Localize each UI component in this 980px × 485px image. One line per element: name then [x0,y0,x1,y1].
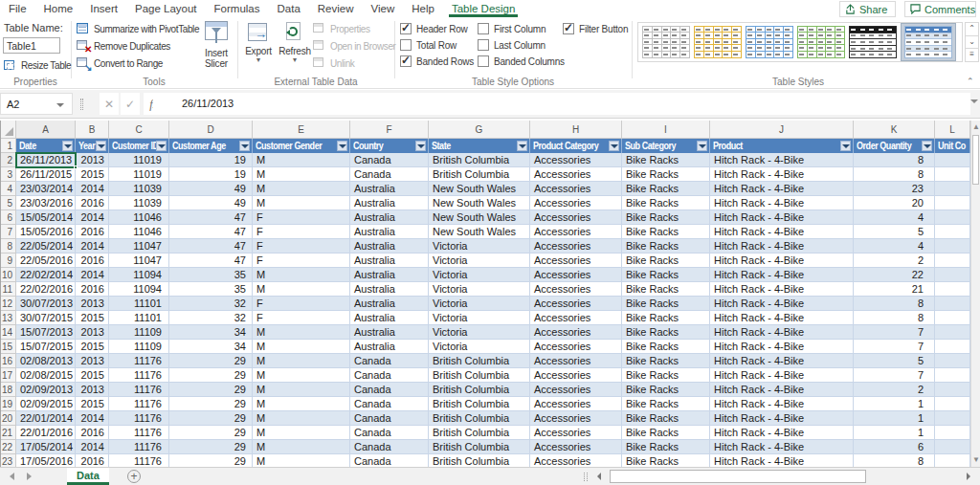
cell-E15[interactable]: M [253,340,350,354]
cell-K13[interactable]: 8 [854,311,935,325]
cell-E14[interactable]: M [253,325,350,340]
cell-F7[interactable]: Australia [350,225,429,239]
cell-L19[interactable] [935,397,970,411]
column-header-J[interactable]: J [710,121,854,139]
cell-A9[interactable]: 22/05/2016 [16,254,76,268]
cell-F16[interactable]: Canada [350,354,429,368]
cell-A6[interactable]: 15/05/2014 [16,210,76,225]
cell-B8[interactable]: 2014 [76,239,109,254]
cell-A5[interactable]: 23/03/2016 [16,196,76,210]
cell-J19[interactable]: Hitch Rack - 4-Bike [710,397,854,411]
cell-K7[interactable]: 5 [854,225,935,239]
cell-G13[interactable]: Victoria [429,311,530,325]
filter-button-icon[interactable] [609,141,619,151]
cell-D8[interactable]: 47 [169,239,253,254]
table-style-blue[interactable] [746,26,793,58]
cell-K2[interactable]: 8 [854,153,935,167]
gallery-up-icon[interactable]: ⌃ [965,22,979,36]
cell-C4[interactable]: 11039 [109,182,169,196]
cell-F8[interactable]: Australia [350,239,429,254]
cell-D22[interactable]: 29 [169,440,253,454]
cell-F13[interactable]: Australia [350,311,429,325]
filter-button-icon[interactable] [517,141,527,151]
insert-slicer-button[interactable]: InsertSlicer [197,21,235,69]
cell-I15[interactable]: Bike Racks [622,340,710,354]
cell-L12[interactable] [935,297,970,311]
row-header-20[interactable]: 20 [1,411,16,426]
scroll-right-icon[interactable] [967,473,970,480]
row-header-6[interactable]: 6 [1,210,16,225]
row-header-18[interactable]: 18 [1,383,16,397]
cell-G23[interactable]: British Columbia [429,454,530,467]
table-header-product[interactable]: Product [710,139,854,153]
cell-H11[interactable]: Accessories [530,282,622,297]
cell-K11[interactable]: 21 [854,282,935,297]
cell-A14[interactable]: 15/07/2013 [16,325,76,340]
cell-D19[interactable]: 29 [169,397,253,411]
cell-H9[interactable]: Accessories [530,254,622,268]
filter-button-icon[interactable] [337,141,347,151]
cell-H7[interactable]: Accessories [530,225,622,239]
cell-D2[interactable]: 19 [169,153,253,167]
column-header-H[interactable]: H [530,121,622,139]
cell-G9[interactable]: Victoria [429,254,530,268]
cell-F4[interactable]: Australia [350,182,429,196]
cell-A10[interactable]: 22/02/2014 [16,268,76,282]
cell-E5[interactable]: M [253,196,350,210]
cell-H16[interactable]: Accessories [530,354,622,368]
name-box-dropdown-icon[interactable] [56,103,64,107]
cell-C13[interactable]: 11101 [109,311,169,325]
style-option-total-row[interactable]: Total Row [400,39,457,51]
cell-H12[interactable]: Accessories [530,297,622,311]
cell-K16[interactable]: 5 [854,354,935,368]
row-header-2[interactable]: 2 [1,153,16,167]
ribbon-tab-view[interactable]: View [363,0,404,17]
cell-D17[interactable]: 29 [169,368,253,383]
row-header-16[interactable]: 16 [1,354,16,368]
cell-A11[interactable]: 22/02/2016 [16,282,76,297]
cell-K18[interactable]: 2 [854,383,935,397]
cell-C7[interactable]: 11046 [109,225,169,239]
cell-G14[interactable]: Victoria [429,325,530,340]
cell-D23[interactable]: 29 [169,454,253,467]
ribbon-tab-file[interactable]: File [0,0,35,17]
cell-E18[interactable]: M [253,383,350,397]
style-option-filter-button[interactable]: ✓Filter Button [563,23,628,34]
cell-B12[interactable]: 2013 [76,297,109,311]
row-header-10[interactable]: 10 [1,268,16,282]
cell-F3[interactable]: Canada [350,167,429,182]
cell-K15[interactable]: 7 [854,340,935,354]
cell-C2[interactable]: 11019 [109,153,169,167]
row-header-19[interactable]: 19 [1,397,16,411]
style-option-banded-columns[interactable]: Banded Columns [478,55,565,67]
cell-L22[interactable] [935,440,970,454]
filter-button-icon[interactable] [96,141,106,151]
cell-B22[interactable]: 2014 [76,440,109,454]
new-sheet-button[interactable]: + [127,470,141,483]
cell-C19[interactable]: 11176 [109,397,169,411]
cell-A15[interactable]: 15/07/2015 [16,340,76,354]
cell-C15[interactable]: 11109 [109,340,169,354]
row-header-17[interactable]: 17 [1,368,16,383]
table-header-country[interactable]: Country [350,139,429,153]
cell-L4[interactable] [935,182,970,196]
table-style-green[interactable] [797,26,845,58]
cell-G18[interactable]: British Columbia [429,383,530,397]
cell-H17[interactable]: Accessories [530,368,622,383]
cell-L20[interactable] [935,411,970,426]
cell-H5[interactable]: Accessories [530,196,622,210]
cell-L9[interactable] [935,254,970,268]
cell-D16[interactable]: 29 [169,354,253,368]
cell-F15[interactable]: Australia [350,340,429,354]
cell-H19[interactable]: Accessories [530,397,622,411]
tools-item-remove-duplicates[interactable]: ✕Remove Duplicates [76,39,170,53]
filter-button-icon[interactable] [840,141,851,151]
cell-C6[interactable]: 11046 [109,210,169,225]
cell-I16[interactable]: Bike Racks [622,354,710,368]
cell-I5[interactable]: Bike Racks [622,196,710,210]
cell-K3[interactable]: 8 [854,167,935,182]
cell-K20[interactable]: 1 [854,411,935,426]
column-header-E[interactable]: E [253,121,350,139]
cell-L3[interactable] [935,167,970,182]
cell-A18[interactable]: 02/09/2013 [16,383,76,397]
